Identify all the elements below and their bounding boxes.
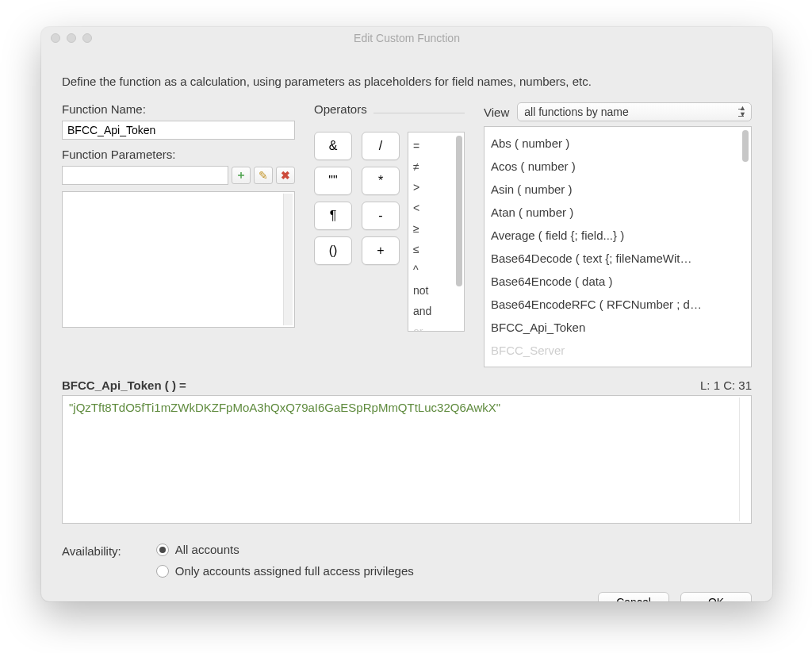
symbol-neq[interactable]: ≠ (413, 156, 459, 177)
cancel-button[interactable]: Cancel (598, 592, 669, 601)
pencil-icon: ✎ (259, 169, 268, 182)
operator-minus-button[interactable]: - (362, 202, 400, 230)
delete-parameter-button[interactable]: ✖ (276, 167, 295, 184)
availability-label: Availability: (62, 543, 121, 558)
function-name-input[interactable] (62, 121, 295, 140)
delete-icon: ✖ (281, 169, 290, 182)
function-list-item[interactable]: Base64Decode ( text {; fileNameWit… (491, 247, 745, 270)
symbol-gt[interactable]: > (413, 177, 459, 198)
operator-ampersand-button[interactable]: & (314, 132, 352, 160)
operator-parens-button[interactable]: () (314, 236, 352, 265)
symbol-gte[interactable]: ≥ (413, 218, 459, 239)
symbol-not[interactable]: not (413, 280, 459, 301)
function-list-item[interactable]: BFCC_Api_Token (491, 316, 745, 339)
instruction-text: Define the function as a calculation, us… (62, 75, 752, 88)
view-label: View (484, 106, 509, 119)
function-list-item[interactable]: Average ( field {; field...} ) (491, 224, 745, 247)
function-name-label: Function Name: (62, 102, 295, 116)
symbol-lte[interactable]: ≤ (413, 239, 459, 259)
view-select-value: all functions by name (524, 106, 629, 118)
view-select[interactable]: all functions by name ▲▼ (517, 102, 752, 121)
availability-full-access-radio[interactable]: Only accounts assigned full access privi… (156, 564, 414, 578)
operator-symbol-list[interactable]: = ≠ > < ≥ ≤ ^ not and or (408, 132, 465, 332)
function-list-item[interactable]: Atan ( number ) (491, 201, 745, 224)
symbol-or[interactable]: or (413, 321, 459, 332)
traffic-lights (51, 33, 92, 43)
function-list-item[interactable]: Abs ( number ) (491, 132, 745, 155)
operator-button-grid: & / "" * ¶ - () + (314, 132, 400, 332)
radio-icon (156, 544, 169, 556)
operator-pilcrow-button[interactable]: ¶ (314, 202, 352, 230)
symbol-and[interactable]: and (413, 301, 459, 321)
close-window-icon[interactable] (51, 33, 60, 43)
add-parameter-button[interactable]: ＋ (232, 167, 251, 184)
scrollbar[interactable] (283, 194, 293, 325)
minimize-window-icon[interactable] (67, 33, 76, 43)
dialog-content: Define the function as a calculation, us… (41, 44, 772, 601)
function-list-item[interactable]: Acos ( number ) (491, 155, 745, 178)
radio-label: Only accounts assigned full access privi… (175, 564, 414, 578)
scrollbar[interactable] (742, 130, 749, 162)
operator-plus-button[interactable]: + (362, 236, 400, 265)
plus-icon: ＋ (236, 168, 247, 182)
edit-custom-function-window: Edit Custom Function Define the function… (41, 27, 772, 601)
titlebar: Edit Custom Function (41, 27, 772, 44)
symbol-caret[interactable]: ^ (413, 259, 459, 280)
functions-list[interactable]: Abs ( number ) Acos ( number ) Asin ( nu… (484, 126, 752, 367)
formula-editor[interactable]: "jQzTft8TdO5fTi1mZWkDKZFpMoA3hQxQ79aI6Ga… (62, 395, 752, 524)
scrollbar[interactable] (456, 136, 462, 286)
operator-quotes-button[interactable]: "" (314, 167, 352, 195)
formula-signature: BFCC_Api_Token ( ) = (62, 378, 186, 392)
operator-asterisk-button[interactable]: * (362, 167, 400, 195)
formula-body: "jQzTft8TdO5fTi1mZWkDKZFpMoA3hQxQ79aI6Ga… (69, 401, 500, 414)
cursor-position: L: 1 C: 31 (700, 378, 752, 392)
parameters-list[interactable] (62, 191, 295, 328)
function-list-item[interactable]: BFCC_Server (491, 339, 745, 362)
function-list-item[interactable]: Base64Encode ( data ) (491, 270, 745, 293)
ok-button[interactable]: OK (680, 592, 752, 601)
operators-label: Operators (314, 102, 367, 116)
function-list-item[interactable]: Asin ( number ) (491, 178, 745, 201)
window-title: Edit Custom Function (41, 27, 772, 44)
symbol-eq[interactable]: = (413, 136, 459, 156)
edit-parameter-button[interactable]: ✎ (254, 167, 273, 184)
function-parameters-label: Function Parameters: (62, 148, 295, 161)
chevron-updown-icon: ▲▼ (739, 105, 746, 117)
zoom-window-icon[interactable] (82, 33, 92, 43)
parameter-name-input[interactable] (62, 166, 228, 185)
availability-all-accounts-radio[interactable]: All accounts (156, 543, 414, 556)
radio-label: All accounts (175, 543, 239, 556)
operator-slash-button[interactable]: / (362, 132, 400, 160)
radio-icon (156, 565, 169, 578)
scrollbar[interactable] (739, 398, 749, 521)
function-list-item[interactable]: Base64EncodeRFC ( RFCNumber ; d… (491, 293, 745, 316)
symbol-lt[interactable]: < (413, 198, 459, 218)
